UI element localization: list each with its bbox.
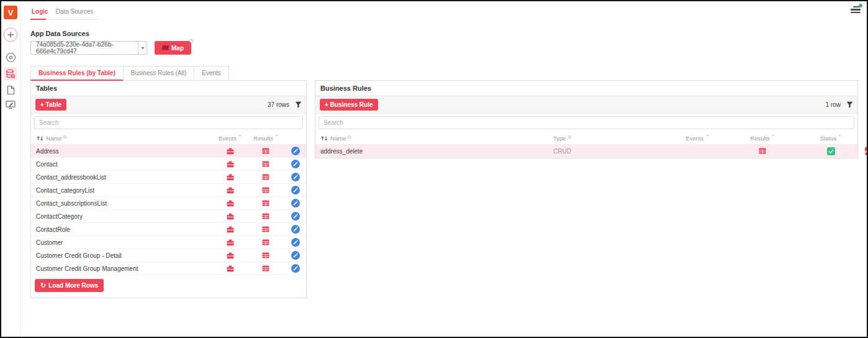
results-grid-icon	[262, 239, 269, 245]
column-info-icon[interactable]	[348, 135, 351, 139]
results-button[interactable]	[247, 226, 284, 232]
table-row[interactable]: Address	[31, 145, 306, 158]
business-rule-row[interactable]: address_deleteCRUD	[315, 145, 857, 158]
add-business-rule-button[interactable]: + Business Rule	[320, 99, 378, 111]
events-button[interactable]	[213, 213, 247, 220]
column-info-icon[interactable]	[706, 135, 709, 136]
pencil-icon	[293, 253, 298, 258]
results-button[interactable]	[247, 161, 284, 167]
results-button[interactable]	[247, 239, 284, 245]
results-button[interactable]	[247, 265, 284, 272]
tab-data-sources[interactable]: Data Sources	[55, 5, 100, 19]
table-row[interactable]: ContactRole	[31, 223, 306, 236]
rules-header-name[interactable]: ↑↓Name	[315, 135, 548, 142]
filter-icon[interactable]	[295, 101, 302, 108]
events-button[interactable]	[213, 239, 247, 246]
edit-button[interactable]	[284, 160, 306, 168]
edit-button[interactable]	[284, 186, 306, 194]
results-button[interactable]	[247, 148, 284, 154]
column-info-icon[interactable]	[275, 135, 278, 136]
tables-header-events[interactable]: Events	[213, 135, 247, 142]
edit-button[interactable]	[284, 225, 306, 234]
pencil-icon	[293, 227, 298, 232]
table-row[interactable]: Customer Credit Group Management	[31, 262, 306, 275]
tab-business-rules-by-table[interactable]: Business Rules (by Table)	[30, 66, 124, 81]
edit-button[interactable]	[284, 264, 306, 273]
results-button[interactable]	[728, 148, 797, 154]
map-button[interactable]: Map	[155, 41, 191, 55]
tables-search-input[interactable]	[34, 116, 303, 129]
tab-business-rules-all[interactable]: Business Rules (All)	[123, 66, 194, 81]
events-button[interactable]	[213, 174, 247, 181]
edit-button[interactable]	[284, 238, 306, 247]
events-button[interactable]	[213, 252, 247, 259]
column-info-icon[interactable]	[63, 135, 66, 139]
results-button[interactable]	[247, 213, 284, 219]
rules-header-status[interactable]: Status	[797, 135, 865, 142]
target-icon[interactable]	[6, 52, 16, 63]
tab-events[interactable]: Events	[194, 66, 229, 81]
events-button[interactable]	[213, 187, 247, 194]
edit-button[interactable]	[284, 199, 306, 208]
design-monitor-icon[interactable]	[6, 100, 16, 109]
add-table-button[interactable]: + Table	[35, 99, 66, 111]
edit-button[interactable]	[284, 251, 306, 260]
rules-row-count: 1 row	[826, 101, 841, 108]
briefcase-icon	[227, 148, 234, 155]
rules-header-type[interactable]: Type	[548, 135, 666, 142]
tables-header-name[interactable]: ↑↓Name	[31, 135, 213, 142]
tables-rows: AddressContactContact_addressbookListCon…	[31, 145, 306, 275]
events-button[interactable]	[213, 200, 247, 207]
rules-header-events[interactable]: Events	[666, 135, 728, 142]
rules-search-input[interactable]	[319, 116, 854, 129]
table-name: Contact	[31, 161, 213, 168]
events-button[interactable]	[213, 226, 247, 233]
database-gear-icon[interactable]	[4, 67, 17, 81]
results-button[interactable]	[247, 200, 284, 206]
table-row[interactable]: Contact_addressbookList	[31, 171, 306, 184]
column-info-icon[interactable]	[238, 135, 242, 136]
sort-icon[interactable]: ↑↓	[320, 135, 327, 142]
table-row[interactable]: Contact_categoryList	[31, 184, 306, 197]
edit-button[interactable]	[284, 212, 306, 221]
results-grid-icon	[262, 148, 269, 154]
map-info-dot	[189, 39, 193, 43]
tables-header-results[interactable]: Results	[247, 135, 284, 142]
add-plus-icon[interactable]	[3, 27, 18, 42]
table-row[interactable]: Customer	[31, 236, 306, 249]
edit-button[interactable]	[284, 147, 306, 155]
events-button[interactable]	[213, 161, 247, 168]
events-button[interactable]	[213, 148, 247, 155]
briefcase-icon	[227, 161, 234, 168]
pencil-icon	[293, 162, 298, 167]
column-info-icon[interactable]	[772, 135, 775, 136]
briefcase-icon	[227, 174, 234, 181]
pages-icon[interactable]	[6, 85, 15, 95]
results-grid-icon	[262, 226, 269, 232]
results-button[interactable]	[247, 252, 284, 258]
edit-button[interactable]	[284, 173, 306, 181]
tab-logic[interactable]: Logic	[30, 5, 55, 19]
sort-icon[interactable]: ↑↓	[36, 135, 43, 142]
tables-panel-title: Tables	[31, 81, 306, 96]
status-toggle[interactable]	[797, 147, 865, 155]
app-logo[interactable]: V	[4, 6, 17, 19]
rules-header-results[interactable]: Results	[728, 135, 797, 142]
table-name: Address	[31, 148, 213, 155]
table-name: ContactRole	[31, 226, 213, 233]
column-info-icon[interactable]	[568, 135, 571, 139]
filter-icon[interactable]	[846, 101, 853, 108]
data-source-select[interactable]: 74a085d5-230e-4da7-b26b-666e4c79cd47	[30, 41, 147, 55]
table-row[interactable]: Contact_subscriptionsList	[31, 197, 306, 210]
events-button[interactable]	[213, 265, 247, 272]
table-row[interactable]: Customer Credit Group - Detail	[31, 249, 306, 262]
table-row[interactable]: ContactCategory	[31, 210, 306, 223]
chevron-down-icon[interactable]	[138, 42, 147, 54]
column-info-icon[interactable]	[838, 135, 841, 136]
tables-row-count: 37 rows	[268, 101, 289, 108]
results-button[interactable]	[247, 187, 284, 193]
results-button[interactable]	[247, 174, 284, 180]
edit-button[interactable]	[865, 147, 868, 155]
load-more-rows-button[interactable]: ↻ Load More Rows	[35, 279, 104, 292]
table-row[interactable]: Contact	[31, 158, 306, 171]
